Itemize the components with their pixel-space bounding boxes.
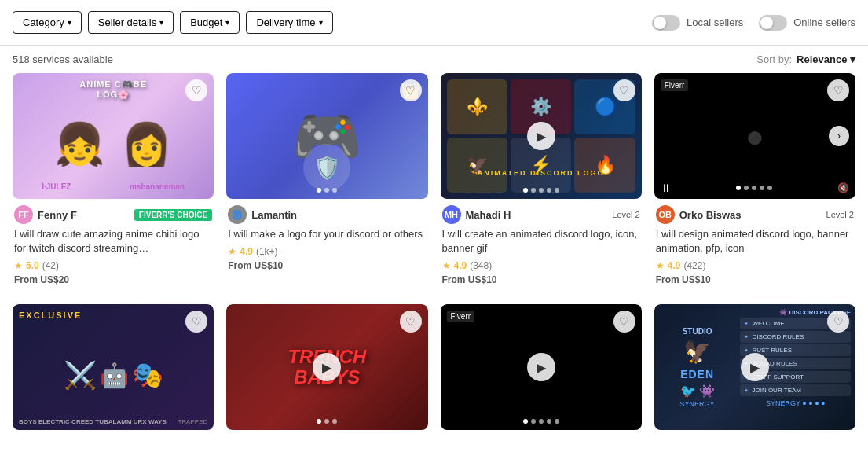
delivery-time-filter[interactable]: Delivery time ▾ [246, 11, 332, 34]
seller-name: Orko Biswas [679, 209, 742, 221]
image-dots [523, 419, 559, 424]
results-bar: 518 services available Sort by: Relevanc… [0, 46, 868, 73]
price-value: From US$10 [228, 260, 283, 271]
card-2[interactable]: 🎮 👑 🛡️ ♡ 🌀 Lamantin I will make a logo f… [226, 73, 427, 292]
rating-row: ★ 4.9 (422) [656, 260, 854, 271]
favorite-button[interactable]: ♡ [400, 311, 422, 333]
card-7[interactable]: Fiverr ♡ ▶ [441, 304, 642, 443]
sort-dropdown[interactable]: Relevance ▾ [797, 53, 855, 65]
card-3[interactable]: ⚜️ ⚙️ 🔵 🦅 ⚡ 🔥 ANIMATED DISCORD LOGO ♡ ▶ [441, 73, 642, 292]
local-sellers-label: Local sellers [687, 17, 743, 28]
chevron-down-icon: ▾ [850, 53, 855, 65]
seller-row: FF Fenny F FIVERR'S CHOICE [14, 205, 212, 224]
price-row: From US$10 [656, 274, 854, 285]
card-6-body [226, 430, 427, 443]
sort-group: Sort by: Relevance ▾ [756, 53, 855, 65]
rating-row: ★ 4.9 (348) [442, 260, 640, 271]
online-sellers-toggle[interactable] [759, 15, 787, 31]
category-filter[interactable]: Category ▾ [13, 11, 82, 34]
card-4-body: OB Orko Biswas Level 2 I will design ani… [654, 199, 855, 292]
card-6-thumbnail: TRENCHBABYS ♡ ▶ [226, 304, 427, 430]
avatar: FF [14, 205, 33, 224]
seller-name: Lamantin [251, 209, 297, 221]
seller-details-filter[interactable]: Seller details ▾ [88, 11, 174, 34]
card-1[interactable]: ANIME C🎮BELOG🌸 👧 👩 I·JULEZ msbananaman ♡… [13, 73, 214, 292]
anime-char-1: 👧 [54, 120, 105, 168]
toggle-knob [654, 17, 666, 29]
anime-content: ANIME C🎮BELOG🌸 👧 👩 I·JULEZ msbananaman [13, 73, 214, 199]
favorite-button[interactable]: ♡ [827, 79, 849, 101]
card-8[interactable]: STUDIO 🦅 EDEN 🐦 👾 SYNERGY 👾 DISCORD PACK… [654, 304, 855, 443]
rating-value: 4.9 [454, 260, 467, 271]
price-value: From US$10 [442, 274, 497, 285]
star-icon: ★ [656, 260, 665, 271]
favorite-button[interactable]: ♡ [613, 79, 635, 101]
discord-content: 🎮 👑 🛡️ [226, 73, 427, 199]
image-dots [317, 188, 337, 193]
rating-value: 4.9 [240, 246, 253, 257]
card-7-thumbnail: Fiverr ♡ ▶ [441, 304, 642, 430]
star-icon: ★ [14, 260, 23, 271]
card-7-body [441, 430, 642, 443]
seller-row: 🌀 Lamantin [228, 205, 426, 224]
card-title: I will make a logo for your discord or o… [228, 227, 426, 241]
card-6[interactable]: TRENCHBABYS ♡ ▶ [226, 304, 427, 443]
card-1-body: FF Fenny F FIVERR'S CHOICE I will draw c… [13, 199, 214, 292]
seller-name: Fenny F [38, 209, 77, 221]
pause-icon[interactable]: ⏸ [661, 182, 672, 194]
price-value: From US$20 [14, 274, 69, 285]
card-title: I will design animated discord logo, ban… [656, 227, 854, 255]
card-5[interactable]: EXCLUSIVE ⚔️ 🤖 🎭 BOYS ELECTRIC CREED TUB… [13, 304, 214, 443]
card-8-body [654, 430, 855, 443]
card-title: I will create an animated discord logo, … [442, 227, 640, 255]
next-button[interactable]: › [829, 126, 849, 146]
image-dots [317, 419, 337, 424]
filter-bar: Category ▾ Seller details ▾ Budget ▾ Del… [0, 0, 868, 46]
card-title: I will draw cute amazing anime chibi log… [14, 227, 212, 255]
chevron-down-icon: ▾ [68, 18, 71, 27]
chevron-down-icon: ▾ [225, 18, 229, 27]
star-icon: ★ [442, 260, 451, 271]
category-label: Category [23, 17, 64, 28]
play-button[interactable]: ▶ [527, 353, 555, 381]
star-icon: ★ [228, 246, 236, 257]
fiverrs-choice-badge: FIVERR'S CHOICE [134, 209, 212, 221]
favorite-button[interactable]: ♡ [613, 311, 635, 333]
card-5-body [13, 430, 214, 443]
eden-logo-icon: 🦅 [683, 339, 711, 365]
play-button[interactable]: ▶ [741, 353, 769, 381]
fiverr-label: Fiverr [447, 311, 475, 322]
level-tag: Level 2 [826, 210, 854, 219]
chevron-down-icon: ▾ [159, 18, 163, 27]
card-3-thumbnail: ⚜️ ⚙️ 🔵 🦅 ⚡ 🔥 ANIMATED DISCORD LOGO ♡ ▶ [441, 73, 642, 199]
level-tag: Level 2 [612, 210, 639, 219]
toggle-filters: Local sellers Online sellers [652, 15, 855, 31]
rating-count: (1k+) [256, 246, 278, 257]
video-controls: ⏸ 🔇 [654, 177, 855, 199]
rating-row: ★ 4.9 (1k+) [228, 246, 426, 257]
rating-value: 5.0 [26, 260, 39, 271]
seller-row: MH Mahadi H Level 2 [442, 205, 640, 224]
card-4[interactable]: ● Fiverr ♡ ⏸ 🔇 › OB Orko [654, 73, 855, 292]
anime-char-2: 👩 [121, 120, 172, 168]
eden-brand: EDEN [680, 368, 714, 380]
avatar: MH [442, 205, 461, 224]
seller-details-label: Seller details [98, 17, 156, 28]
exclusive-content: EXCLUSIVE ⚔️ 🤖 🎭 BOYS ELECTRIC CREED TUB… [13, 304, 214, 430]
price-row: From US$10 [442, 274, 640, 285]
card-3-body: MH Mahadi H Level 2 I will create an ani… [441, 199, 642, 292]
price-value: From US$10 [656, 274, 711, 285]
online-sellers-toggle-group: Online sellers [759, 15, 855, 31]
card-title-link[interactable]: I will design animated discord logo, ban… [656, 228, 849, 254]
budget-filter[interactable]: Budget ▾ [180, 11, 240, 34]
mute-icon[interactable]: 🔇 [837, 182, 849, 193]
card-2-body: 🌀 Lamantin I will make a logo for your d… [226, 199, 427, 277]
chevron-down-icon: ▾ [319, 18, 323, 27]
play-button[interactable]: ▶ [527, 122, 555, 150]
seller-row: OB Orko Biswas Level 2 [656, 205, 854, 224]
favorite-button[interactable]: ♡ [400, 79, 422, 101]
play-button[interactable]: ▶ [313, 353, 341, 381]
online-sellers-label: Online sellers [793, 17, 855, 28]
results-count: 518 services available [13, 53, 113, 65]
local-sellers-toggle[interactable] [652, 15, 680, 31]
